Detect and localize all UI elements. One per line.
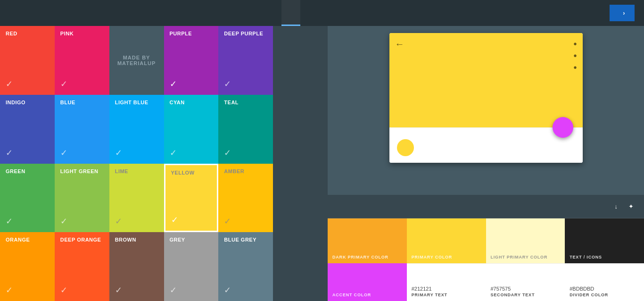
color-label-light-green: LIGHT GREEN [60, 168, 104, 174]
check-icon-blue: ✓ [60, 148, 67, 158]
color-label-brown: BROWN [115, 237, 158, 242]
swatch-row-1: DARK PRIMARY COLORPRIMARY COLORLIGHT PRI… [328, 218, 644, 263]
swatch-value-primary-text: #212121 [412, 286, 481, 292]
swatch-row-2: ACCENT COLOR #212121 PRIMARY TEXT #75757… [328, 263, 644, 301]
fab-button[interactable] [553, 117, 573, 138]
swatch-label-dark-primary: DARK PRIMARY COLOR [332, 255, 402, 259]
color-cell-teal[interactable]: TEAL ✓ [218, 95, 273, 164]
color-cell-amber[interactable]: AMBER ✓ [218, 164, 273, 233]
color-cell-lime[interactable]: LIME ✓ [109, 164, 164, 233]
swatch-label-text-icons: TEXT / ICONS [570, 255, 639, 259]
color-cell-deep-orange[interactable]: DEEP ORANGE ✓ [55, 232, 109, 301]
swatch-light-primary[interactable]: LIGHT PRIMARY COLOR [486, 218, 565, 263]
check-icon-empty1: ✓ [279, 79, 286, 89]
swatch-primary-text[interactable]: #212121 PRIMARY TEXT [407, 263, 486, 301]
color-cell-purple[interactable]: PURPLE ✓ [164, 26, 219, 95]
color-cell-empty2[interactable]: ✓ [273, 95, 328, 164]
color-cell-indigo[interactable]: INDIGO ✓ [0, 95, 55, 164]
main-content: RED ✓ PINK ✓ MADE BYMATERIALUP PURPLE ✓ … [0, 26, 644, 301]
color-label-orange: ORANGE [6, 237, 49, 242]
check-icon-orange: ✓ [6, 285, 13, 295]
made-by-label: MADE BYMATERIALUP [117, 55, 156, 66]
check-icon-red: ✓ [6, 79, 13, 89]
swatch-label2-primary-text: PRIMARY TEXT [412, 293, 481, 297]
check-icon-blue-grey: ✓ [224, 285, 231, 295]
color-label-purple: PURPLE [170, 31, 213, 36]
color-label-deep-purple: DEEP PURPLE [224, 31, 267, 36]
color-cell-blue-grey[interactable]: BLUE GREY ✓ [218, 232, 273, 301]
check-icon-brown: ✓ [115, 285, 122, 295]
color-cell-light-blue[interactable]: LIGHT BLUE ✓ [109, 95, 164, 164]
color-cell-deep-purple[interactable]: DEEP PURPLE ✓ [218, 26, 273, 95]
check-icon-empty3: ✓ [279, 216, 286, 226]
header: › [0, 0, 644, 26]
tab-icons[interactable] [300, 0, 319, 26]
color-label-green: GREEN [6, 168, 49, 174]
color-label-amber: AMBER [224, 168, 267, 174]
check-icon-pink: ✓ [60, 79, 67, 89]
color-cell-light-green[interactable]: LIGHT GREEN ✓ [55, 164, 109, 233]
check-icon-light-green: ✓ [60, 216, 67, 226]
check-icon-green: ✓ [6, 216, 13, 226]
color-cell-empty3[interactable]: ✓ [273, 164, 328, 233]
color-cell-made-by[interactable]: MADE BYMATERIALUP [109, 26, 164, 95]
color-cell-red[interactable]: RED ✓ [0, 26, 55, 95]
check-icon-cyan: ✓ [170, 148, 177, 158]
color-label-cyan: CYAN [170, 100, 213, 105]
check-icon-grey: ✓ [170, 285, 177, 295]
check-icon-lime: ✓ [115, 216, 122, 226]
right-panel: ← ••• [328, 26, 644, 301]
color-cell-blue[interactable]: BLUE ✓ [55, 95, 109, 164]
color-cell-empty1[interactable]: ✓ [273, 26, 328, 95]
tab-palettes[interactable] [281, 0, 300, 26]
color-label-lime: LIME [115, 168, 158, 174]
swatch-label2-secondary-text: SECONDARY TEXT [491, 293, 561, 297]
tab-colors[interactable] [319, 0, 338, 26]
color-label-blue: BLUE [60, 100, 104, 105]
preview-card-content [389, 127, 583, 163]
color-cell-yellow[interactable]: YELLOW ✓ [164, 164, 219, 233]
preview-card-header: ← ••• [389, 33, 583, 127]
color-cell-brown[interactable]: BROWN ✓ [109, 232, 164, 301]
swatch-secondary-text[interactable]: #757575 SECONDARY TEXT [486, 263, 565, 301]
color-label-deep-orange: DEEP ORANGE [60, 237, 104, 242]
more-icon[interactable]: ••• [573, 39, 577, 73]
check-icon-empty2: ✓ [279, 148, 286, 158]
back-icon[interactable]: ← [395, 39, 405, 50]
download-icon: ↓ [615, 203, 618, 210]
color-label-yellow: YELLOW [171, 170, 212, 176]
check-icon-teal: ✓ [224, 148, 231, 158]
color-label-grey: GREY [170, 237, 213, 242]
color-label-blue-grey: BLUE GREY [224, 237, 267, 242]
color-label-pink: PINK [60, 31, 104, 36]
check-icon-indigo: ✓ [6, 148, 13, 158]
color-cell-cyan[interactable]: CYAN ✓ [164, 95, 219, 164]
arrow-icon: › [623, 9, 625, 17]
swatch-divider[interactable]: #BDBDBD DIVIDER COLOR [565, 263, 644, 301]
preview-area: ← ••• [328, 26, 644, 195]
preview-card: ← ••• [389, 33, 583, 163]
download-button[interactable]: ↓ [615, 203, 621, 210]
tweet-button[interactable]: ✦ [628, 203, 637, 210]
swatch-text-icons[interactable]: TEXT / ICONS [565, 218, 644, 263]
nav-tabs [281, 0, 338, 26]
check-icon-yellow: ✓ [171, 215, 178, 225]
swatch-value-secondary-text: #757575 [491, 286, 561, 292]
color-cell-empty4[interactable]: ✓ [273, 232, 328, 301]
swatch-value-divider: #BDBDBD [570, 286, 639, 292]
swatch-primary[interactable]: PRIMARY COLOR [407, 218, 486, 263]
color-cell-pink[interactable]: PINK ✓ [55, 26, 109, 95]
swatch-accent[interactable]: ACCENT COLOR [328, 263, 407, 301]
share-icon: ✦ [628, 203, 634, 210]
swatch-dark-primary[interactable]: DARK PRIMARY COLOR [328, 218, 407, 263]
swatch-label-primary: PRIMARY COLOR [412, 255, 481, 259]
color-cell-orange[interactable]: ORANGE ✓ [0, 232, 55, 301]
swatch-label2-accent: ACCENT COLOR [332, 293, 402, 297]
check-icon-light-blue: ✓ [115, 148, 122, 158]
color-cell-green[interactable]: GREEN ✓ [0, 164, 55, 233]
check-icon-deep-orange: ✓ [60, 285, 67, 295]
more-material-design-button[interactable]: › [610, 5, 635, 21]
color-label-teal: TEAL [224, 100, 267, 105]
check-icon-purple: ✓ [170, 79, 177, 89]
color-cell-grey[interactable]: GREY ✓ [164, 232, 219, 301]
